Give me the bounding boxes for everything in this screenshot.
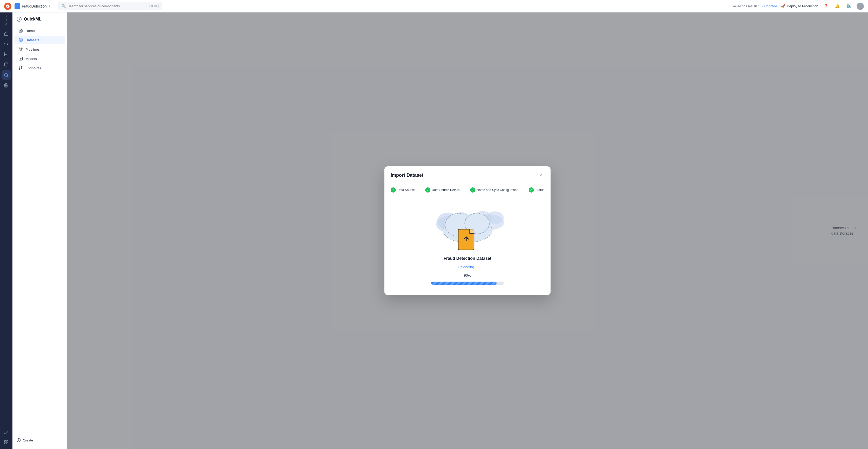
search-shortcut: ⌘+K bbox=[150, 4, 159, 8]
stepper: ✓ Data Source ✓ Data Source Details ✓ Na… bbox=[384, 183, 551, 197]
import-dataset-modal: Import Dataset × ✓ Data Source ✓ Data So… bbox=[384, 166, 551, 295]
step-2-label: Data Source Details bbox=[432, 188, 460, 192]
svg-point-10 bbox=[21, 48, 22, 49]
svg-point-8 bbox=[19, 38, 22, 39]
sidebar-icon-tools[interactable] bbox=[2, 427, 11, 437]
modal-body: Fraud Detection Dataset Uploading... 90% bbox=[384, 197, 551, 295]
sidebar-icon-grid[interactable] bbox=[2, 438, 11, 447]
svg-point-9 bbox=[19, 48, 20, 49]
brand-name: QuickML bbox=[24, 17, 41, 22]
search-icon: 🔍 bbox=[62, 4, 66, 8]
svg-rect-3 bbox=[4, 441, 6, 442]
progress-bar-fill bbox=[431, 282, 497, 285]
step-1-check: ✓ bbox=[391, 187, 396, 193]
rocket-icon: 🚀 bbox=[781, 4, 785, 8]
topbar: F FraudDetection ▼ 🔍 ⌘+K You're on Free … bbox=[0, 0, 868, 12]
nav-item-models[interactable]: Models bbox=[14, 54, 65, 63]
nav-item-pipelines[interactable]: Pipelines bbox=[14, 45, 65, 54]
nav-sidebar: QuickML Home Datasets Pipelines Models E… bbox=[12, 12, 67, 449]
deploy-to-production-button[interactable]: 🚀 Deploy to Production bbox=[781, 4, 818, 8]
modal-overlay: Import Dataset × ✓ Data Source ✓ Data So… bbox=[67, 12, 868, 449]
svg-rect-4 bbox=[7, 441, 8, 442]
sidebar-icon-globe[interactable] bbox=[2, 81, 11, 90]
step-3-check: ✓ bbox=[470, 187, 475, 193]
step-connector-2 bbox=[461, 190, 469, 190]
upload-illustration bbox=[429, 205, 506, 252]
nav-pipelines-label: Pipelines bbox=[25, 47, 40, 52]
sidebar-icon-code[interactable] bbox=[2, 39, 11, 49]
content-area: Datasets can be data storages. Import Da… bbox=[67, 12, 868, 449]
modal-header: Import Dataset × bbox=[384, 166, 551, 183]
project-dropdown-icon: ▼ bbox=[48, 5, 51, 7]
nav-create-button[interactable]: Create bbox=[12, 436, 67, 445]
svg-point-14 bbox=[21, 66, 22, 67]
uploading-status: Uploading... bbox=[458, 265, 477, 269]
nav-home-label: Home bbox=[25, 29, 35, 33]
step-2-check: ✓ bbox=[425, 187, 430, 193]
brand-header: QuickML bbox=[12, 17, 67, 26]
upgrade-link[interactable]: Upgrade bbox=[765, 4, 777, 8]
settings-icon-button[interactable]: ⚙️ bbox=[845, 3, 852, 10]
sidebar-icon-active[interactable] bbox=[2, 70, 11, 80]
progress-bar-container bbox=[431, 282, 504, 285]
create-label: Create bbox=[23, 438, 33, 442]
nav-datasets-label: Datasets bbox=[25, 38, 39, 42]
topbar-right: You're on Free Tier ✦ Upgrade 🚀 Deploy t… bbox=[732, 3, 864, 10]
nav-models-label: Models bbox=[25, 57, 37, 61]
sidebar-icon-analytics[interactable] bbox=[2, 50, 11, 59]
step-connector-1 bbox=[416, 190, 424, 190]
sidebar-label: Services bbox=[5, 14, 7, 26]
main-layout: Services QuickML bbox=[0, 12, 868, 449]
nav-item-datasets[interactable]: Datasets bbox=[14, 36, 65, 44]
step-connector-3 bbox=[519, 190, 528, 190]
icon-sidebar: Services bbox=[0, 12, 12, 449]
step-4: ✓ Status bbox=[529, 187, 544, 193]
notifications-icon-button[interactable]: 🔔 bbox=[834, 3, 841, 10]
app-logo bbox=[4, 3, 11, 10]
step-2: ✓ Data Source Details bbox=[425, 187, 460, 193]
avatar[interactable] bbox=[857, 3, 864, 10]
step-3: ✓ Name and Sync Configuration bbox=[470, 187, 518, 193]
project-letter: F bbox=[14, 3, 20, 9]
project-selector[interactable]: F FraudDetection ▼ bbox=[14, 3, 51, 9]
svg-rect-29 bbox=[470, 229, 474, 233]
file-upload-icon bbox=[458, 229, 477, 251]
svg-rect-5 bbox=[4, 443, 6, 444]
project-name: FraudDetection bbox=[22, 4, 47, 8]
modal-close-button[interactable]: × bbox=[537, 171, 544, 179]
step-3-label: Name and Sync Configuration bbox=[477, 188, 518, 192]
nav-item-endpoints[interactable]: Endpoints bbox=[14, 64, 65, 72]
step-1: ✓ Data Source bbox=[391, 187, 415, 193]
step-4-check: ✓ bbox=[529, 187, 534, 193]
sidebar-icon-data[interactable] bbox=[2, 60, 11, 69]
nav-endpoints-label: Endpoints bbox=[25, 66, 41, 70]
free-tier-badge: You're on Free Tier ✦ Upgrade bbox=[732, 4, 777, 8]
svg-point-1 bbox=[4, 73, 7, 76]
progress-percent: 90% bbox=[464, 273, 471, 278]
help-icon-button[interactable]: ❓ bbox=[822, 3, 830, 10]
sidebar-icon-home[interactable] bbox=[2, 29, 11, 38]
modal-title: Import Dataset bbox=[391, 172, 423, 178]
nav-item-home[interactable]: Home bbox=[14, 26, 65, 35]
svg-rect-6 bbox=[7, 443, 8, 444]
step-4-label: Status bbox=[535, 188, 544, 192]
search-bar[interactable]: 🔍 ⌘+K bbox=[58, 2, 162, 10]
dataset-name: Fraud Detection Dataset bbox=[444, 256, 491, 261]
svg-point-15 bbox=[19, 68, 20, 69]
svg-point-0 bbox=[4, 63, 8, 64]
step-1-label: Data Source bbox=[397, 188, 415, 192]
search-input[interactable] bbox=[68, 4, 148, 8]
